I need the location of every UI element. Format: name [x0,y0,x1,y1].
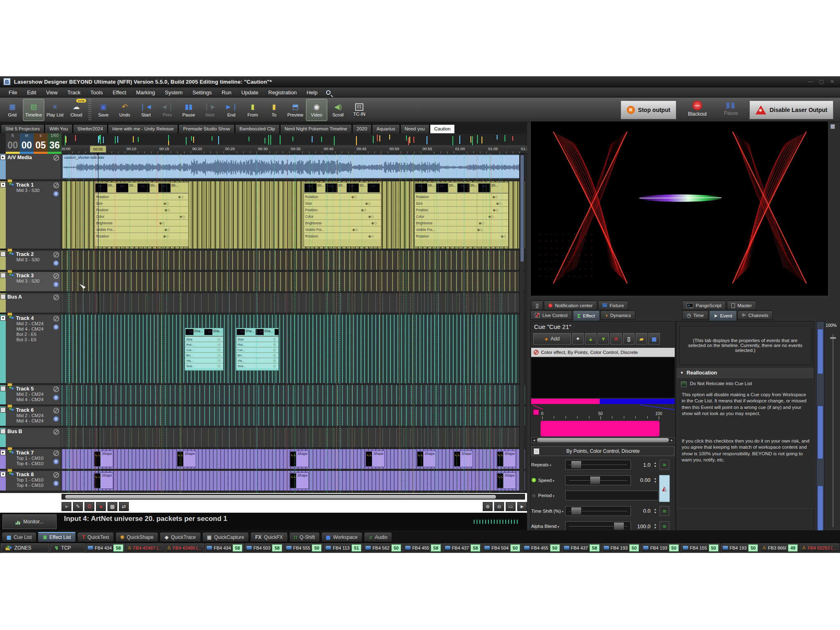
track-header-track-7[interactable]: ►Track 7Top 1 - CM10Top 4 - CM10! [0,449,61,469]
toolbar-to[interactable]: ▮To [263,99,285,121]
timeline-tab-2020[interactable]: 2020 [352,124,372,133]
toolbar-preview[interactable]: ⬒Preview [285,99,306,121]
device-fb4-1558[interactable]: FB4 155850 [681,543,720,552]
device-fb4-1938[interactable]: FB4 193850 [641,543,680,552]
zoom-fit-icon[interactable]: ▭ [506,502,516,511]
toolbar-grid[interactable]: ▦Grid [2,99,23,121]
effect-clip-group[interactable]: Sh...Sh...Sh...Sh...Rotation◆◇Size◆◇Posi… [304,182,381,247]
device-fb4-5048[interactable]: FB4 504850 [483,543,522,552]
zoom-out-icon[interactable]: ⊖ [494,502,504,511]
open-folder-button[interactable]: ▰ [636,333,647,345]
track-header-track-2[interactable]: Track 2Mid 3 - S30! [0,251,61,270]
value-spinner[interactable]: ▲▼ [653,475,658,486]
track-checkbox[interactable] [0,429,6,434]
menu-track[interactable]: Track [63,88,85,97]
pause-button[interactable]: ▮▮Pause [718,100,744,119]
track-mute-icon[interactable] [53,429,59,435]
track-expand-icon[interactable]: ▼ [0,182,6,187]
repeats-slider[interactable] [565,460,631,470]
shape-clip[interactable]: Shape [289,451,309,467]
device-fb4-42489-[interactable]: ⚠FB4 42489 (... [165,543,204,552]
timeline-tab-bamboozled-clip[interactable]: Bamboozled Clip [235,124,280,133]
menu-update[interactable]: Update [237,88,263,97]
scroll-right-icon[interactable]: ► [669,438,674,442]
toolbar-end[interactable]: ►❘End [221,99,242,121]
effect-clip-group[interactable]: Sha...Sha...Sha...Size◇Rot...◇Col...◇Bri… [185,328,224,371]
timeline-hscrollbar[interactable] [62,494,525,500]
device-fb4-5030[interactable]: FB4 503058 [245,543,284,552]
key-wave-icon[interactable]: ≈ [660,521,669,531]
track-mute-icon[interactable] [53,294,59,300]
menu-marking[interactable]: Marking [132,88,160,97]
track-header-track-1[interactable]: ▼Track 1Mid 3 - S30! [0,181,61,249]
device-fb4-5553[interactable]: FB4 555350 [285,543,324,552]
tab-pangoscript[interactable]: >_PangoScript [682,301,726,310]
bottom-tab-workspace[interactable]: ▦Workspace [321,532,363,542]
bottom-tab-quicktrace[interactable]: ◈QuickTrace [160,532,201,542]
timeline-tab-shit-5-projectors[interactable]: Shit 5 Projectors [1,124,44,133]
toolbar-play-list[interactable]: ≡Play List [44,99,66,121]
device-fb4-55253-[interactable]: ⚠FB4 55253 (... [800,543,839,552]
tab-notification-center[interactable]: Notification center [544,301,597,310]
track-lane-a-v-media[interactable]: caution_shorter-edit.wav [62,154,525,179]
device-fb4-4555[interactable]: FB4 455550 [523,543,562,552]
slider-value[interactable]: 0.00 [632,477,651,483]
track-expand-icon[interactable]: ▼ [0,315,6,321]
bottom-tab-audio[interactable]: ♫Audio [364,532,393,542]
menu-tools[interactable]: Tools [86,88,107,97]
track-mute-icon[interactable] [53,252,59,258]
value-spinner[interactable]: ▲▼ [653,459,658,470]
menu-effect[interactable]: Effect [108,88,131,97]
track-lane-track-8[interactable]: ShapeShapeShape [62,471,525,491]
speed-led[interactable] [531,477,536,483]
timeline-ruler[interactable]: 00:0000:0500:1000:1500:2000:2500:3000:35… [62,145,527,154]
timeline-tab-nerd-night-pokemon-timeline[interactable]: Nerd Night Pokemon Timeline [280,124,352,133]
track-mute-icon[interactable] [53,472,59,478]
menu-view[interactable]: View [41,88,62,97]
track-checkbox[interactable] [0,386,6,391]
search-button[interactable]: ⌖ [572,333,584,345]
save-disk-button[interactable]: ▣ [648,333,660,345]
device-fb4-4378[interactable]: FB4 437858 [443,543,482,552]
snap-tool[interactable]: ▦ [107,502,117,511]
record-button[interactable]: ● [96,502,106,511]
menu-run[interactable]: Run [217,88,236,97]
monitor-button[interactable]: Monitor... [2,514,57,529]
stop-output-button[interactable]: ✕Stop output [621,100,677,119]
gradient-scrollbar[interactable]: ◄ ► [531,437,675,443]
toolbar-cloud[interactable]: ☁betaCloud [66,99,87,121]
tab-time[interactable]: ◷Time [682,310,708,320]
toolbar-from[interactable]: ▮From [242,99,263,121]
timeline-tab-need-you[interactable]: Need you [400,124,429,133]
bottom-tab-quicktext[interactable]: TQuickText [77,532,114,542]
period-led[interactable] [531,493,536,498]
shape-clip[interactable]: Shape [453,451,473,467]
audio-clip[interactable]: caution_shorter-edit.wav [62,155,523,178]
timeline-tab-caution[interactable]: Caution [430,124,455,133]
toolbar-next[interactable]: ❘►Next [199,99,221,121]
color-swatch[interactable] [533,409,539,415]
laser-preview-window[interactable] [530,121,829,296]
track-mute-icon[interactable] [53,450,59,456]
metronome-icon[interactable]: ◭ [659,475,670,502]
track-header-track-8[interactable]: ▼Track 8Top 1 - CM10Top 4 - CM10! [0,471,61,491]
menu-file[interactable]: File [4,88,22,97]
shape-clip[interactable]: Shape [94,451,113,467]
move-up-button[interactable]: ▲ [585,333,596,345]
shape-clip[interactable]: Shape [496,472,516,489]
bottom-tab-q-shift[interactable]: ∷Q-Shift [289,532,320,542]
scroll-left-icon[interactable]: ◄ [532,438,536,442]
shape-clip[interactable]: Shape [94,472,113,489]
menu-edit[interactable]: Edit [23,88,41,97]
slider-label[interactable]: Speed [538,478,555,483]
track-lane-track-7[interactable]: ShapeShapeShapeShapeShapeShapeShape [62,449,525,469]
track-lane-track-6[interactable] [62,406,525,426]
slider-value[interactable]: 100.0 [632,523,651,530]
track-mute-icon[interactable] [53,183,59,188]
delete-button[interactable]: ✕ [610,333,622,345]
color-range-block[interactable] [541,421,660,436]
add-effect-button[interactable]: +Add [533,333,571,345]
device-fb4-4348[interactable]: FB4 434858 [86,543,125,552]
shape-clip[interactable]: Shape [365,451,385,467]
tab-master[interactable]: Master [727,301,756,310]
